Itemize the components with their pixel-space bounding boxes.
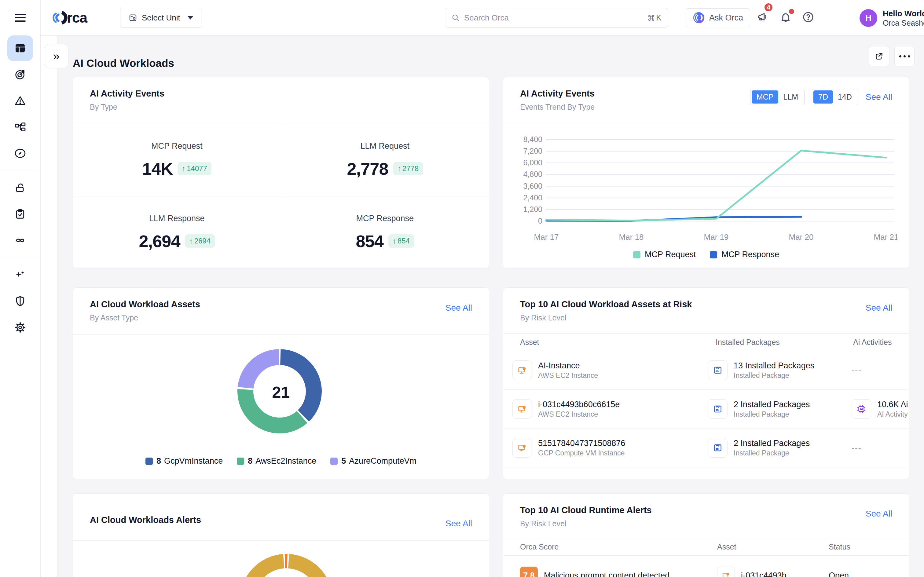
announcements-button[interactable] bbox=[756, 11, 768, 24]
stat-mcp-response: MCP Response 854 ↑854 bbox=[281, 197, 489, 269]
stat-llm-request: LLM Request 2,778 ↑2778 bbox=[281, 124, 489, 197]
score-cell: 7.8 Malicious prompt content detected bbox=[520, 556, 669, 577]
toggle-llm[interactable]: LLM bbox=[778, 90, 803, 103]
packages-cell: 2 Installed Packages Installed Package bbox=[708, 429, 810, 467]
sidebar-item-discovery[interactable] bbox=[7, 140, 33, 166]
avatar[interactable]: H bbox=[859, 9, 877, 27]
type-toggle: MCP LLM bbox=[750, 89, 805, 105]
card-top-assets-at-risk: Top 10 AI Cloud Workload Assets at Risk … bbox=[503, 287, 909, 479]
stat-value: 14K bbox=[142, 159, 173, 179]
hamburger-menu-button[interactable] bbox=[0, 0, 40, 35]
activities-cell: AI 10.6K Ai Activities AI Activity bbox=[851, 390, 909, 428]
donut-total: 21 bbox=[73, 383, 489, 401]
search-input[interactable] bbox=[464, 13, 647, 23]
sidebar bbox=[0, 0, 40, 577]
stats-grid: MCP Request 14K ↑14077 LLM Request 2,778… bbox=[73, 124, 489, 269]
card-header: AI Activity Events By Type bbox=[73, 77, 489, 124]
share-button[interactable] bbox=[869, 46, 889, 66]
page-actions bbox=[869, 46, 914, 66]
sidebar-item-compliance[interactable] bbox=[7, 201, 33, 227]
packages-cell: 2 Installed Packages Installed Package bbox=[708, 390, 810, 428]
select-unit-label: Select Unit bbox=[142, 13, 180, 23]
svg-text:3,600: 3,600 bbox=[523, 182, 542, 190]
arrow-up-icon: ↑ bbox=[393, 237, 396, 245]
more-options-button[interactable] bbox=[894, 46, 914, 66]
sparkles-icon bbox=[14, 269, 26, 281]
card-header: AI Activity Events Events Trend By Type … bbox=[503, 77, 909, 124]
ellipsis-icon bbox=[899, 55, 910, 57]
page-title: AI Cloud Workloads bbox=[73, 51, 174, 76]
user-menu[interactable]: Hello World Orca Seashell Demo US bbox=[883, 8, 924, 27]
topology-icon bbox=[14, 121, 26, 133]
sidebar-item-settings[interactable] bbox=[7, 314, 33, 340]
vm-instance-icon bbox=[513, 399, 532, 419]
card-header: Top 10 AI Cloud Workload Assets at Risk … bbox=[503, 288, 909, 334]
svg-text:6,000: 6,000 bbox=[523, 158, 542, 167]
arrow-up-icon: ↑ bbox=[189, 237, 193, 245]
card-subtitle: By Risk Level bbox=[520, 519, 566, 528]
see-all-link[interactable]: See All bbox=[866, 303, 892, 313]
ask-orca-button[interactable]: Ask Orca bbox=[686, 8, 750, 27]
toggle-7d[interactable]: 7D bbox=[813, 90, 833, 103]
card-top-runtime-alerts: Top 10 AI Cloud Runtime Alerts By Risk L… bbox=[503, 493, 909, 577]
toggle-14d[interactable]: 14D bbox=[833, 90, 857, 103]
stat-llm-response: LLM Response 2,694 ↑2694 bbox=[73, 197, 281, 269]
help-button[interactable] bbox=[802, 11, 814, 24]
activities-cell: --- bbox=[851, 351, 862, 390]
global-search[interactable]: K bbox=[445, 8, 668, 27]
toggle-mcp[interactable]: MCP bbox=[751, 90, 779, 103]
topbar: rca Select Unit bbox=[40, 0, 924, 36]
chevron-down-icon bbox=[188, 16, 193, 19]
legend-item: 8AwsEc2Instance bbox=[237, 456, 316, 466]
sidebar-divider bbox=[0, 171, 40, 171]
sidebar-item-alerts[interactable] bbox=[7, 88, 33, 114]
legend-item: MCP Response bbox=[710, 250, 779, 259]
megaphone-icon bbox=[756, 11, 768, 23]
sidebar-item-dashboards[interactable] bbox=[7, 35, 33, 61]
sidebar-item-ai-security[interactable] bbox=[7, 262, 33, 288]
card-subtitle: By Risk Level bbox=[520, 313, 566, 322]
svg-text:Mar 17: Mar 17 bbox=[534, 232, 559, 242]
alert-triangle-icon bbox=[14, 95, 26, 107]
table-row[interactable]: AI-Instance AWS EC2 Instance 13 Installe… bbox=[503, 351, 909, 390]
sidebar-item-shield[interactable] bbox=[7, 288, 33, 314]
asset-cell: i-031c4493b... bbox=[717, 556, 793, 577]
announcements-badge: 4 bbox=[764, 2, 773, 12]
svg-text:2,400: 2,400 bbox=[523, 193, 542, 202]
table-row[interactable]: 7.8 Malicious prompt content detected i-… bbox=[503, 556, 909, 577]
table-column-headers: Asset Installed Packages Ai Activities bbox=[503, 334, 909, 351]
card-header: Top 10 AI Cloud Runtime Alerts By Risk L… bbox=[503, 493, 909, 538]
see-all-link[interactable]: See All bbox=[445, 303, 472, 313]
sidebar-item-inventory[interactable] bbox=[7, 114, 33, 140]
table-row[interactable]: 5151784047371508876 GCP Compute VM Insta… bbox=[503, 429, 909, 467]
package-icon bbox=[708, 438, 727, 458]
svg-text:1,200: 1,200 bbox=[523, 205, 542, 213]
chart-legend: MCP Request MCP Response bbox=[503, 250, 909, 259]
select-unit-button[interactable]: Select Unit bbox=[120, 8, 202, 27]
infinity-icon bbox=[14, 234, 26, 247]
see-all-link[interactable]: See All bbox=[866, 92, 892, 102]
sidebar-item-cicd[interactable] bbox=[7, 227, 33, 253]
legend-item: 8GcpVmInstance bbox=[145, 456, 223, 466]
sidebar-item-entitlements[interactable] bbox=[7, 175, 33, 201]
org-unit-icon bbox=[128, 13, 137, 22]
see-all-link[interactable]: See All bbox=[445, 519, 472, 529]
vm-instance-icon bbox=[513, 438, 532, 458]
events-trend-line-chart: 8,4007,2006,0004,8003,6002,4001,2000Mar … bbox=[516, 127, 897, 247]
stat-delta-badge: ↑854 bbox=[389, 234, 414, 248]
card-ai-activity-events-stats: AI Activity Events By Type MCP Request 1… bbox=[73, 77, 489, 269]
compass-icon bbox=[14, 147, 26, 160]
hamburger-icon bbox=[15, 14, 26, 22]
sidebar-item-attack-paths[interactable] bbox=[7, 62, 33, 87]
user-name: Hello World bbox=[883, 8, 924, 18]
card-header: AI Cloud Workloads Alerts See All bbox=[73, 493, 489, 541]
svg-text:Mar 20: Mar 20 bbox=[789, 232, 814, 242]
card-subtitle: Events Trend By Type bbox=[520, 103, 595, 111]
help-icon bbox=[802, 11, 814, 23]
see-all-link[interactable]: See All bbox=[866, 509, 892, 519]
unlock-icon bbox=[14, 182, 26, 194]
vm-instance-icon bbox=[717, 567, 735, 577]
expand-panel-button[interactable]: » bbox=[44, 44, 68, 68]
table-row[interactable]: i-031c4493b60c6615e AWS EC2 Instance 2 I… bbox=[503, 390, 909, 429]
card-title: Top 10 AI Cloud Runtime Alerts bbox=[520, 505, 652, 515]
